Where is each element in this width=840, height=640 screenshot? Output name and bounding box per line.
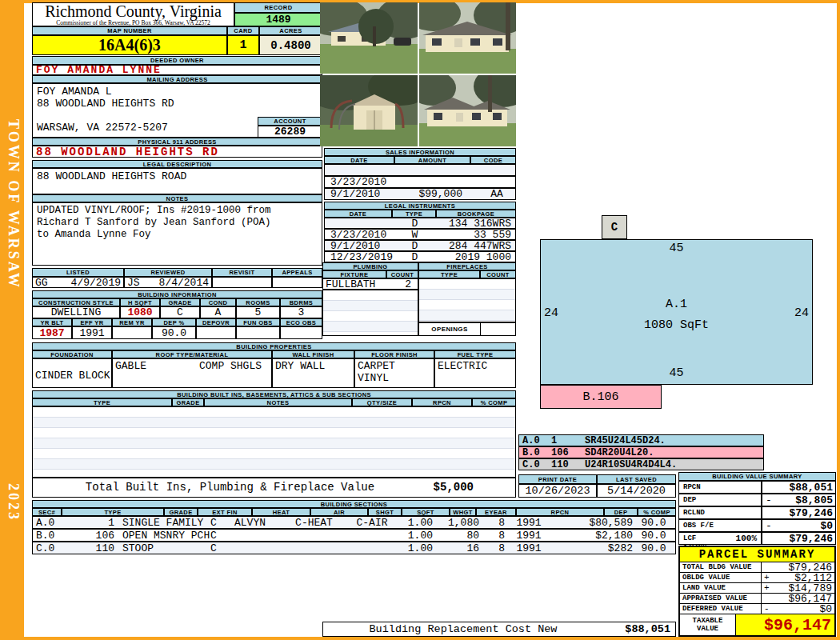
section-a0-rpcn: $80,589	[549, 517, 633, 528]
legend-row-b: B.0 106 SD4R20U4L20.	[518, 446, 764, 458]
effyr-label: EFF YR	[72, 318, 112, 326]
mailing-line-2: 88 WOODLAND HEIGHTS RD	[37, 98, 174, 110]
commissioner-line: Commissioner of the Revenue, PO Box 366,…	[33, 19, 234, 26]
floor-finish-value-1: CARPET	[358, 360, 395, 372]
ecoobs-value	[280, 326, 322, 339]
section-b0-whgt: 8	[482, 530, 505, 541]
legend-a-sec: A.0	[522, 435, 540, 446]
hsqft-value: 1080	[120, 306, 160, 318]
sales-row-2-code	[477, 177, 517, 187]
legend-a-code: 1	[551, 435, 557, 446]
vs-obs-value: $0	[820, 520, 833, 531]
physical-911-value: 88 WOODLAND HEIGHTS RD	[32, 146, 322, 158]
section-c0-grade: C	[197, 542, 230, 554]
vs-dep-cell: -$8,805	[762, 494, 836, 506]
sales-information-label: SALES INFORMATION	[324, 148, 516, 156]
sidebar-strip: TOWN OF WARSAW 2023	[0, 0, 24, 640]
notes-line-1: UPDATED VINYL/ROOF; Ins #2019-1000 from	[37, 205, 271, 216]
sales-row-1	[324, 164, 516, 176]
deeded-owner-value: FOY AMANDA LYNNE	[32, 65, 322, 75]
remyr-label: REM YR	[112, 318, 152, 326]
section-a0-code: 1	[81, 517, 114, 528]
vs-rpcn-cell: $88,051	[762, 481, 836, 494]
vs-dep-op: -	[766, 494, 772, 506]
section-a0-type: SINGLE FAMILY	[122, 517, 203, 528]
yrblt-value: 1987	[32, 326, 72, 339]
section-c0-dep: 90.0	[637, 542, 670, 554]
building-properties-label: BUILDING PROPERTIES	[32, 342, 516, 350]
sales-row-1-code	[477, 165, 517, 175]
sales-row-3-date: 9/1/2010	[330, 189, 380, 199]
instrument-row-2: 3/23/2010 W 33 559	[324, 229, 516, 240]
section-a0-sqft: 1,080	[434, 517, 479, 528]
vs-dep-name: DEP	[678, 494, 762, 506]
fireplaces-label: FIREPLACES	[418, 262, 516, 270]
sections-comp-label: % COMP	[638, 508, 676, 516]
reviewed-date: 8/4/2014	[159, 277, 209, 289]
instrument-row-1-type: D	[393, 218, 437, 228]
vs-lcf-value: $79,246	[789, 533, 833, 544]
property-photo-2	[419, 2, 516, 74]
acres-value: 0.4800	[259, 35, 322, 55]
print-date-label: PRINT DATE	[518, 474, 597, 484]
sketch-section-c: C	[602, 215, 627, 239]
legend-b-code: 106	[551, 447, 569, 458]
sketch-dim-bottom: 45	[540, 366, 813, 380]
section-row-a0: A.0 1 SINGLE FAMILY C ALVYN C-HEAT C-AIR…	[32, 516, 676, 529]
record-label: RECORD	[234, 2, 322, 13]
section-b0-sec: B.0	[36, 530, 54, 541]
sales-row-3-amount: $99,000	[418, 189, 462, 199]
built-ins-qty-label: QTY/SIZE	[352, 398, 412, 406]
ps-deferred-label: DEFERRED VALUE	[680, 604, 762, 614]
legend-a-trace: SR45U24L45D24.	[585, 435, 666, 446]
instrument-row-3-date: 9/1/2010	[330, 241, 380, 250]
record-value: 1489	[234, 13, 322, 26]
instrument-row-3-type: D	[393, 241, 437, 250]
roof-type-value: GABLE	[115, 360, 146, 372]
sections-heat-label: HEAT	[252, 508, 310, 516]
legend-c-sec: C.0	[522, 459, 540, 470]
instrument-row-4: 12/23/2019 D 2019 1000	[324, 251, 516, 262]
revisit-label: REVISIT	[212, 268, 272, 277]
openings-label: OPENINGS	[419, 323, 481, 335]
plumbing-count-label: COUNT	[386, 270, 418, 278]
foundation-cell: CINDER BLOCK	[32, 358, 112, 388]
legend-b-sec: B.0	[522, 447, 540, 458]
instrument-row-1-book: 134 316WRS	[449, 218, 511, 228]
wall-finish-cell: DRY WALL	[272, 358, 354, 388]
sketch-section-a	[540, 239, 813, 385]
floor-finish-cell: CARPET VINYL	[354, 358, 434, 388]
rooms-label: ROOMS	[236, 298, 280, 306]
sales-code-label: CODE	[470, 156, 516, 164]
property-record-card: TOWN OF WARSAW 2023 Richmond County, Vir…	[0, 0, 840, 640]
vs-lcf-cell: $79,246	[762, 532, 836, 545]
notes-block: UPDATED VINYL/ROOF; Ins #2019-1000 from …	[32, 202, 322, 266]
physical-911-label: PHYSICAL 911 ADDRESS	[32, 138, 322, 146]
print-date-value: 10/26/2023	[518, 484, 597, 498]
ecoobs-label: ECO OBS	[280, 318, 322, 326]
fireplaces-count-label: COUNT	[480, 270, 516, 278]
sections-rpcn-label: RPCN	[516, 508, 604, 516]
construction-style-label: CONSTRUCTION STYLE	[32, 298, 120, 306]
instrument-row-2-date: 3/23/2010	[330, 230, 386, 239]
section-a0-extfin: ALVYN	[234, 517, 266, 528]
plumbing-fixture-label: FIXTURE	[322, 270, 386, 278]
reviewed-row: JS 8/4/2014	[124, 277, 212, 288]
listed-date: 4/9/2019	[71, 277, 121, 289]
sketch-section-a-label: A.1	[540, 298, 813, 311]
legal-description-label: LEGAL DESCRIPTION	[32, 160, 322, 168]
parcel-summary-panel: PARCEL SUMMARY TOTAL BLDG VALUE $79,246 …	[678, 546, 836, 637]
instrument-row-2-book: 33 559	[474, 230, 511, 239]
built-ins-type-label: TYPE	[32, 398, 172, 406]
sales-row-2: 3/23/2010	[324, 176, 516, 188]
sidebar-town-label: TOWN OF WARSAW	[1, 76, 22, 332]
legend-row-a: A.0 1 SR45U24L45D24.	[518, 434, 764, 446]
sketch-dim-top: 45	[540, 242, 813, 255]
section-b0-eyear: 1991	[509, 530, 549, 541]
frame-right	[837, 0, 840, 640]
depovr-label: DEPOVR	[196, 318, 236, 326]
grade-value: C	[160, 306, 200, 318]
section-b0-shgt: 1.00	[401, 530, 433, 541]
built-ins-total-row: Total Built Ins, Plumbing & Fireplace Va…	[32, 478, 516, 498]
vs-rpcn-value: $88,051	[789, 482, 833, 493]
